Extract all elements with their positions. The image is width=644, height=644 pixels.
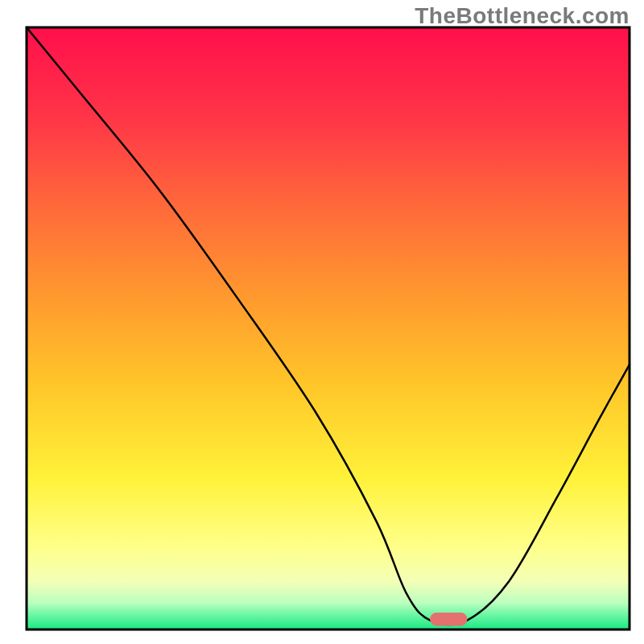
chart-svg	[0, 0, 644, 644]
watermark-text: TheBottleneck.com	[415, 3, 630, 29]
marker-selected-point	[430, 613, 467, 625]
chart-container: TheBottleneck.com	[0, 0, 644, 644]
chart-background	[27, 27, 630, 630]
